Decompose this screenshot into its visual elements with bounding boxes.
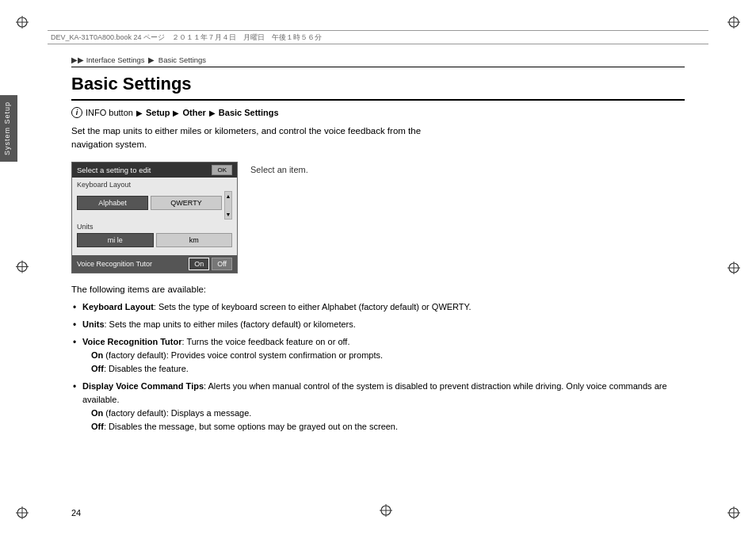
mock-ui-voice-label: Voice Recognition Tutor <box>77 260 152 268</box>
mock-ui-keyboard-section: Keyboard Layout Alphabet QWERTY ▲ ▼ Unit… <box>72 178 237 255</box>
side-tab-label: System Setup <box>3 101 11 155</box>
mock-ui-voice-row: Voice Recognition Tutor On Off <box>72 255 237 273</box>
mock-ui-header: Select a setting to edit OK <box>72 162 237 178</box>
bullet-list: Keyboard Layout: Sets the type of keyboa… <box>71 300 685 434</box>
breadcrumb-item-2: Basic Settings <box>158 55 206 64</box>
book-info: DEV_KA-31T0A800.book 24 ページ ２０１１年７月４日 月曜… <box>51 32 322 43</box>
breadcrumb-arrow-1: ▶ <box>148 55 155 64</box>
mock-ui-miles-btn[interactable]: mi le <box>77 233 154 247</box>
scroll-bar[interactable]: ▲ ▼ <box>224 191 232 220</box>
side-tab: System Setup <box>0 95 17 162</box>
list-item-voice: Voice Recognition Tutor: Turns the voice… <box>71 335 685 376</box>
list-item-display-term: Display Voice Command Tips <box>82 381 204 391</box>
mock-ui: Select a setting to edit OK Keyboard Lay… <box>71 162 238 273</box>
corner-mark-tr <box>726 14 742 30</box>
nav-item-3: Other <box>182 108 205 117</box>
breadcrumb: ▶▶ Interface Settings ▶ Basic Settings <box>71 55 685 64</box>
page-title: Basic Settings <box>71 74 685 94</box>
list-item-units-def: : Sets the map units to either miles (fa… <box>105 319 356 329</box>
scroll-down-icon: ▼ <box>226 212 231 217</box>
mock-ui-header-text: Select a setting to edit <box>77 166 151 174</box>
reg-mark-mid-left <box>14 259 30 277</box>
corner-mark-bl <box>14 505 30 521</box>
nav-item-1: INFO button <box>86 108 133 117</box>
scroll-up-icon: ▲ <box>226 193 231 199</box>
main-content: ▶▶ Interface Settings ▶ Basic Settings B… <box>71 55 685 495</box>
mock-ui-ok-btn: OK <box>212 165 232 175</box>
nav-arrow-1: ▶ <box>136 109 143 117</box>
mock-ui-qwerty-btn[interactable]: QWERTY <box>151 196 222 210</box>
nav-item-4: Basic Settings <box>219 108 279 117</box>
mock-ui-units-btns: mi le km <box>77 233 232 247</box>
mock-ui-km-btn[interactable]: km <box>156 233 233 247</box>
nav-arrow-3: ▶ <box>209 109 216 117</box>
description: Set the map units to either miles or kil… <box>71 124 452 152</box>
list-item-keyboard: Keyboard Layout: Sets the type of keyboa… <box>71 300 685 314</box>
screenshot-area: Select a setting to edit OK Keyboard Lay… <box>71 162 685 273</box>
breadcrumb-item-1: Interface Settings <box>86 55 145 64</box>
list-item-voice-term: Voice Recognition Tutor <box>82 337 181 346</box>
list-item-display-sub1: On (factory default): Displays a message… <box>82 407 685 420</box>
nav-arrow-2: ▶ <box>173 109 179 117</box>
breadcrumb-icon: ▶▶ <box>71 55 84 64</box>
list-item-keyboard-term: Keyboard Layout <box>82 302 154 311</box>
info-icon: i <box>71 107 82 118</box>
mock-ui-voice-btns: On Off <box>189 258 232 270</box>
corner-mark-br <box>726 505 742 521</box>
corner-mark-tl <box>14 14 30 30</box>
mock-ui-keyboard-buttons: Alphabet QWERTY <box>77 196 222 215</box>
list-item-voice-sub2: Off: Disables the feature. <box>82 362 685 376</box>
breadcrumb-rule <box>71 67 685 67</box>
mock-ui-keyboard-row: Alphabet QWERTY ▲ ▼ <box>77 191 232 220</box>
mock-ui-voice-on-btn[interactable]: On <box>189 258 209 270</box>
select-item-label: Select an item. <box>250 165 308 174</box>
page-number: 24 <box>71 508 81 518</box>
mock-ui-units-label: Units <box>77 223 232 231</box>
following-text: The following items are available: <box>71 285 685 294</box>
mock-ui-keyboard-label: Keyboard Layout <box>77 181 232 189</box>
mock-ui-voice-off-btn[interactable]: Off <box>212 258 232 270</box>
reg-mark-mid-right <box>726 260 742 278</box>
top-bar: DEV_KA-31T0A800.book 24 ページ ２０１１年７月４日 月曜… <box>48 30 708 44</box>
list-item-units-term: Units <box>82 319 105 329</box>
list-item-voice-def: : Turns the voice feedback feature on or… <box>181 337 349 346</box>
title-rule <box>71 99 685 101</box>
nav-item-2: Setup <box>146 108 170 117</box>
list-item-keyboard-def: : Sets the type of keyboard screen to ei… <box>154 302 472 311</box>
mock-ui-alphabet-btn[interactable]: Alphabet <box>77 196 148 210</box>
reg-mark-mid-bottom <box>378 503 394 521</box>
list-item-voice-sub1: On (factory default): Provides voice con… <box>82 349 685 362</box>
nav-path: i INFO button ▶ Setup ▶ Other ▶ Basic Se… <box>71 107 685 118</box>
mock-ui-keyboard-btns: Alphabet QWERTY <box>77 196 222 210</box>
list-item-display: Display Voice Command Tips: Alerts you w… <box>71 380 685 434</box>
list-item-units: Units: Sets the map units to either mile… <box>71 318 685 331</box>
list-item-display-sub2: Off: Disables the message, but some opti… <box>82 420 685 434</box>
select-item-text: Select an item. <box>250 162 308 174</box>
